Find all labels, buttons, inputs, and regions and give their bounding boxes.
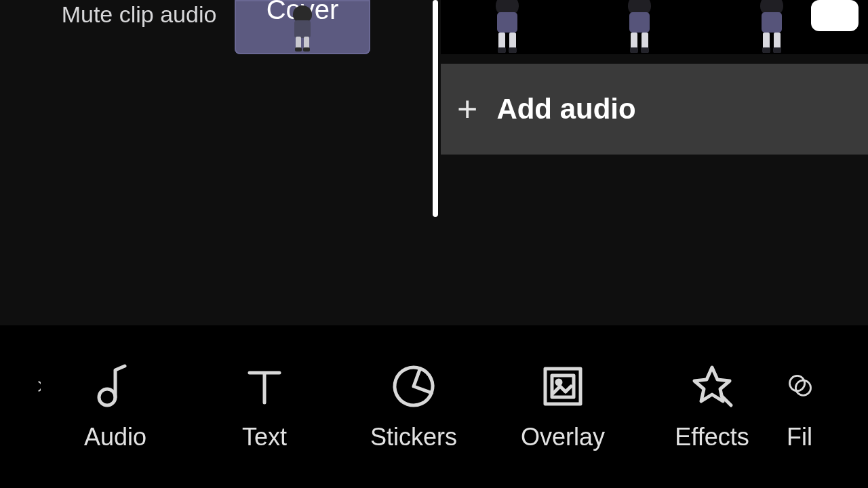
toolbar-item-effects[interactable]: Effects xyxy=(637,362,787,451)
toolbar-item-filters[interactable]: Fil xyxy=(787,362,827,451)
video-track[interactable] xyxy=(441,0,868,54)
toolbar-label: Stickers xyxy=(370,423,457,451)
toolbar-item-text[interactable]: Text xyxy=(190,362,339,451)
music-note-icon xyxy=(91,362,140,411)
video-frame xyxy=(573,0,705,54)
toolbar-item-stickers[interactable]: Stickers xyxy=(339,362,488,451)
toolbar-label: Overlay xyxy=(521,423,605,451)
cover-thumbnail[interactable]: Cover xyxy=(235,0,370,54)
toolbar-item-edit[interactable]: . xyxy=(0,362,41,451)
toolbar-label: Fil xyxy=(787,423,812,451)
text-icon xyxy=(240,362,289,411)
bottom-toolbar: . Audio Text Stickers Overlay Effects xyxy=(0,325,868,488)
toolbar-label: Text xyxy=(242,423,287,451)
svg-point-0 xyxy=(99,389,115,405)
toolbar-label: Effects xyxy=(675,423,749,451)
overlay-icon xyxy=(538,362,587,411)
plus-icon: + xyxy=(457,92,477,127)
timeline-area: Mute clip audio Cover + Add audio xyxy=(0,0,868,325)
edit-icon xyxy=(20,362,41,411)
filter-icon xyxy=(787,362,814,411)
sticker-icon xyxy=(389,362,438,411)
mute-clip-audio-button[interactable]: Mute clip audio xyxy=(54,0,224,28)
playhead[interactable] xyxy=(433,0,438,217)
svg-point-3 xyxy=(557,380,561,384)
toolbar-item-overlay[interactable]: Overlay xyxy=(488,362,637,451)
effects-icon xyxy=(688,362,736,411)
add-audio-label: Add audio xyxy=(496,93,635,125)
video-frame xyxy=(441,0,573,54)
add-clip-button[interactable] xyxy=(811,0,859,31)
toolbar-item-audio[interactable]: Audio xyxy=(41,362,190,451)
toolbar-label: Audio xyxy=(84,423,146,451)
add-audio-track[interactable]: + Add audio xyxy=(441,64,868,155)
